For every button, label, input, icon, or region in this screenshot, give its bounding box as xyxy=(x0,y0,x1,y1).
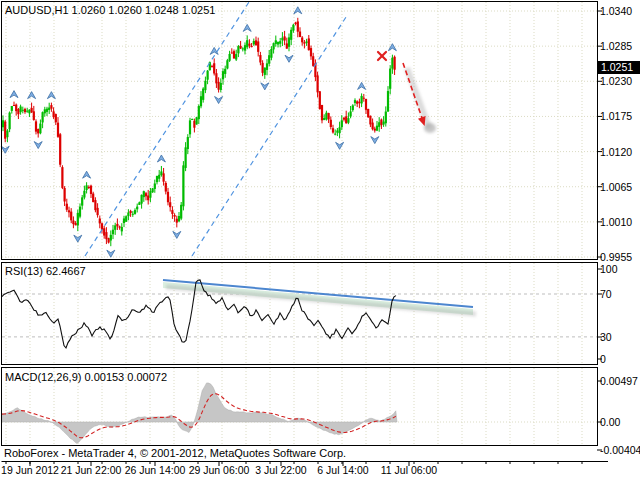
rsi-axis-label: 30 xyxy=(600,331,612,343)
time-axis-label: 11 Jul 06:00 xyxy=(369,464,449,476)
price-axis-label: 1.0065 xyxy=(600,181,632,193)
price-axis-label: 1.0285 xyxy=(600,40,632,52)
chart-symbol-title: AUDUSD,H1 1.0260 1.0260 1.0248 1.0251 xyxy=(5,4,215,16)
rsi-plot[interactable] xyxy=(2,264,597,364)
price-axis-label: 1.0120 xyxy=(600,146,632,158)
macd-axis-label: 0.00497 xyxy=(600,375,638,387)
price-axis-label: 1.0175 xyxy=(600,110,632,122)
main-chart-plot[interactable] xyxy=(2,2,597,259)
rsi-axis-label: 0 xyxy=(600,353,606,365)
macd-indicator-title: MACD(12,26,9) 0.00153 0.00072 xyxy=(5,371,167,383)
price-axis-label: 1.0010 xyxy=(600,216,632,228)
macd-axis-label: 0.00 xyxy=(600,416,620,428)
price-axis-label: 1.0230 xyxy=(600,75,632,87)
rsi-axis-label: 70 xyxy=(600,288,612,300)
price-axis-label: 1.0340 xyxy=(600,5,632,17)
copyright-text: RoboForex - MetaTrader 4, © 2001-2012, M… xyxy=(4,447,346,459)
rsi-indicator-title: RSI(13) 62.4667 xyxy=(5,265,86,277)
rsi-axis-label: 100 xyxy=(600,263,618,275)
chart-canvas xyxy=(0,0,640,480)
macd-axis-label: -0.00404 xyxy=(600,444,640,456)
mt4-chart-window: AUDUSD,H1 1.0260 1.0260 1.0248 1.0251 RS… xyxy=(0,0,640,480)
current-price-tag: 1.0251 xyxy=(598,61,640,74)
price-axis-label: 0.9955 xyxy=(600,251,632,263)
